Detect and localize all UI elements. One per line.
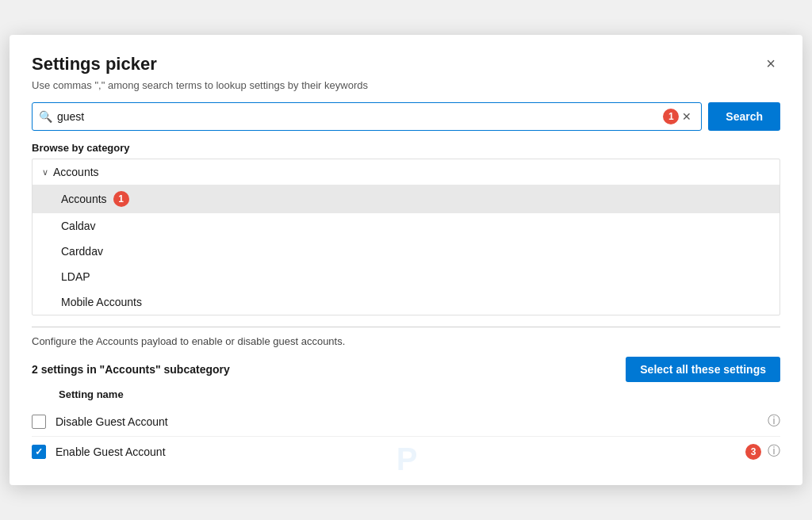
- enable-guest-badge: 3: [745, 444, 761, 460]
- category-item-label: Carddav: [61, 245, 103, 258]
- settings-row: 2 settings in "Accounts" subcategory Sel…: [32, 357, 780, 382]
- search-row: 🔍 1 ✕ Search: [32, 102, 780, 131]
- dialog-header: Settings picker ×: [32, 54, 780, 75]
- category-item-accounts[interactable]: Accounts 1: [33, 185, 779, 213]
- setting-label-enable-guest: Enable Guest Account: [56, 445, 739, 458]
- chevron-down-icon: ∨: [42, 167, 48, 178]
- browse-label: Browse by category: [32, 142, 780, 154]
- category-group-accounts[interactable]: ∨ Accounts: [33, 159, 779, 185]
- category-item-label: Caldav: [61, 220, 96, 232]
- search-input[interactable]: [57, 110, 660, 123]
- divider: [32, 327, 780, 327]
- setting-item-disable-guest: Disable Guest Account ⓘ: [32, 407, 780, 437]
- setting-name-column-header: Setting name: [32, 388, 780, 400]
- disable-guest-checkbox[interactable]: [32, 415, 46, 429]
- category-item-label: Accounts: [61, 193, 107, 205]
- category-item-mobile-accounts[interactable]: Mobile Accounts: [33, 289, 779, 315]
- settings-list: Disable Guest Account ⓘ Enable Guest Acc…: [32, 407, 780, 466]
- info-icon-disable-guest[interactable]: ⓘ: [768, 413, 780, 430]
- settings-count: 2 settings in "Accounts" subcategory: [32, 363, 230, 376]
- search-icon: 🔍: [39, 110, 52, 123]
- search-badge: 1: [663, 109, 679, 124]
- settings-picker-dialog: Settings picker × Use commas "," among s…: [10, 35, 802, 485]
- results-description: Configure the Accounts payload to enable…: [32, 335, 780, 347]
- info-icon-enable-guest[interactable]: ⓘ: [768, 443, 780, 460]
- category-group-label: Accounts: [53, 166, 99, 178]
- close-button[interactable]: ×: [761, 54, 780, 73]
- setting-item-enable-guest: Enable Guest Account 3 ⓘ: [32, 437, 780, 466]
- search-button[interactable]: Search: [708, 102, 780, 131]
- category-item-carddav[interactable]: Carddav: [33, 239, 779, 264]
- category-item-badge: 1: [113, 191, 129, 207]
- dialog-subtitle: Use commas "," among search terms to loo…: [32, 79, 780, 91]
- setting-label-disable-guest: Disable Guest Account: [56, 415, 761, 428]
- select-all-button[interactable]: Select all these settings: [626, 357, 780, 382]
- category-item-label: LDAP: [61, 270, 90, 283]
- category-list: ∨ Accounts Accounts 1 Caldav Carddav LDA…: [33, 159, 779, 315]
- enable-guest-checkbox[interactable]: [32, 445, 46, 459]
- clear-search-button[interactable]: ✕: [679, 109, 695, 124]
- category-panel: ∨ Accounts Accounts 1 Caldav Carddav LDA…: [32, 159, 780, 315]
- category-item-label: Mobile Accounts: [61, 296, 142, 308]
- search-input-wrap: 🔍 1 ✕: [32, 102, 702, 131]
- category-item-caldav[interactable]: Caldav: [33, 213, 779, 239]
- category-item-ldap[interactable]: LDAP: [33, 264, 779, 289]
- dialog-title: Settings picker: [32, 54, 157, 75]
